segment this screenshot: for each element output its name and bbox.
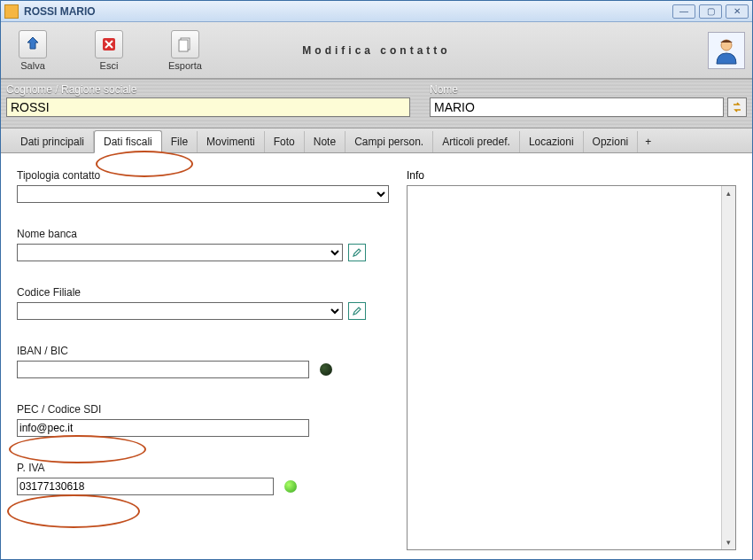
status-led-piva bbox=[284, 480, 297, 493]
codice-filiale-label: Codice Filiale bbox=[17, 286, 389, 299]
pec-label: PEC / Codice SDI bbox=[17, 403, 389, 416]
tab-campi-person[interactable]: Campi person. bbox=[345, 131, 433, 152]
codice-filiale-select[interactable] bbox=[17, 302, 343, 320]
edit-filiale-button[interactable] bbox=[348, 302, 366, 320]
status-led-iban bbox=[320, 363, 332, 376]
save-button[interactable]: Salva bbox=[8, 30, 58, 71]
piva-input[interactable] bbox=[17, 478, 274, 495]
svg-rect-2 bbox=[179, 40, 188, 51]
info-textarea[interactable]: ▴ ▾ bbox=[407, 185, 736, 550]
close-button[interactable]: ✕ bbox=[726, 4, 749, 19]
window-title: ROSSI MARIO bbox=[24, 5, 672, 18]
export-button[interactable]: Esporta bbox=[160, 30, 210, 71]
maximize-button[interactable]: ▢ bbox=[699, 4, 722, 19]
tab-articoli-predef[interactable]: Articoli predef. bbox=[433, 131, 520, 152]
iban-label: IBAN / BIC bbox=[17, 345, 389, 357]
tab-locazioni[interactable]: Locazioni bbox=[520, 131, 584, 152]
nome-banca-label: Nome banca bbox=[17, 228, 389, 240]
save-icon bbox=[19, 30, 47, 58]
scroll-up-icon[interactable]: ▴ bbox=[722, 186, 735, 200]
iban-input[interactable] bbox=[17, 361, 309, 378]
export-icon bbox=[171, 30, 199, 58]
tab-file[interactable]: File bbox=[162, 131, 198, 152]
pec-input[interactable] bbox=[17, 419, 309, 437]
scroll-down-icon[interactable]: ▾ bbox=[722, 535, 735, 549]
nome-label: Nome bbox=[430, 83, 747, 96]
piva-label: P. IVA bbox=[17, 462, 389, 474]
minimize-button[interactable]: ― bbox=[672, 4, 695, 19]
exit-button[interactable]: Esci bbox=[84, 30, 134, 71]
tab-opzioni[interactable]: Opzioni bbox=[584, 131, 639, 152]
swap-button[interactable] bbox=[727, 97, 747, 117]
pencil-icon bbox=[352, 306, 362, 316]
nome-input[interactable] bbox=[430, 97, 724, 117]
tab-note[interactable]: Note bbox=[305, 131, 345, 152]
tab-dati-principali[interactable]: Dati principali bbox=[12, 131, 94, 152]
pencil-icon bbox=[352, 247, 362, 258]
scrollbar[interactable]: ▴ ▾ bbox=[721, 186, 735, 549]
tipologia-select[interactable] bbox=[17, 185, 389, 203]
tab-movimenti[interactable]: Movimenti bbox=[198, 131, 265, 152]
cognome-input[interactable] bbox=[6, 97, 410, 117]
tipologia-label: Tipologia contatto bbox=[17, 169, 389, 182]
app-icon bbox=[4, 4, 19, 19]
edit-banca-button[interactable] bbox=[348, 244, 366, 261]
nome-banca-select[interactable] bbox=[17, 244, 343, 261]
avatar bbox=[708, 32, 745, 69]
info-label: Info bbox=[407, 169, 736, 182]
page-title: Modifica contatto bbox=[302, 44, 450, 57]
tab-add[interactable]: + bbox=[638, 131, 658, 152]
exit-icon bbox=[95, 30, 123, 58]
tab-dati-fiscali[interactable]: Dati fiscali bbox=[94, 130, 162, 153]
tab-foto[interactable]: Foto bbox=[265, 131, 305, 152]
cognome-label: Cognome / Ragione sociale bbox=[6, 83, 410, 96]
